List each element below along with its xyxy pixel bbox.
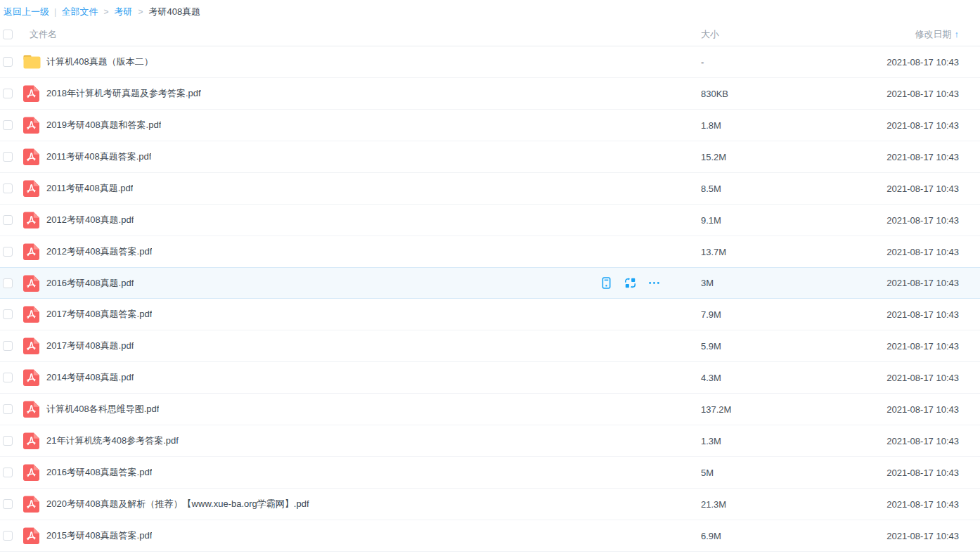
pdf-file-icon	[23, 243, 39, 260]
pdf-file-icon	[23, 148, 39, 165]
breadcrumb-pipe-separator: |	[54, 6, 56, 17]
file-row[interactable]: 计算机408各科思维导图.pdf	[0, 394, 980, 425]
pdf-file-icon	[23, 212, 39, 228]
file-name[interactable]: 2017考研408真题.pdf	[46, 340, 134, 352]
file-modified-date: 2021-08-17 10:43	[853, 120, 980, 131]
row-checkbox[interactable]	[3, 499, 13, 509]
file-name[interactable]: 2019考研408真题和答案.pdf	[46, 119, 161, 131]
file-size: 830KB	[680, 89, 853, 99]
file-size: -	[680, 57, 853, 67]
file-modified-date: 2021-08-17 10:43	[853, 247, 980, 257]
select-all-checkbox[interactable]	[3, 30, 13, 39]
file-modified-date: 2021-08-17 10:43	[853, 309, 980, 320]
file-modified-date: 2021-08-17 10:43	[853, 183, 980, 194]
share-transfer-icon[interactable]	[624, 276, 637, 290]
file-row[interactable]: 计算机408真题（版本二）	[0, 46, 980, 78]
file-size: 15.2M	[680, 152, 853, 162]
file-name[interactable]: 2015考研408真题答案.pdf	[46, 529, 152, 542]
file-size: 3M	[680, 278, 853, 288]
file-row[interactable]: 2017考研408真题.pdf	[0, 330, 980, 362]
file-row[interactable]: 21年计算机统考408参考答案.pdf	[0, 425, 980, 457]
pdf-file-icon	[23, 401, 39, 418]
file-name[interactable]: 2011考研408真题答案.pdf	[46, 150, 151, 163]
more-actions-icon[interactable]	[647, 276, 661, 290]
file-name[interactable]: 2018年计算机考研真题及参考答案.pdf	[46, 87, 201, 100]
file-row[interactable]: 2016考研408真题答案.pdf	[0, 457, 980, 489]
file-size: 9.1M	[680, 215, 853, 226]
file-name[interactable]: 2017考研408真题答案.pdf	[46, 308, 152, 321]
breadcrumb-kaoyan[interactable]: 考研	[114, 6, 132, 18]
breadcrumb: 返回上一级 | 全部文件 > 考研 > 考研408真题	[0, 0, 980, 23]
row-checkbox[interactable]	[3, 120, 13, 130]
file-row[interactable]: 2011考研408真题答案.pdf	[0, 141, 980, 173]
file-size: 21.3M	[680, 499, 853, 510]
column-header-modified-date[interactable]: 修改日期↑	[853, 28, 980, 41]
column-header-size[interactable]: 大小	[680, 28, 853, 41]
file-modified-date: 2021-08-17 10:43	[853, 89, 980, 99]
row-checkbox[interactable]	[3, 152, 13, 162]
file-row[interactable]: 2012考研408真题.pdf	[0, 205, 980, 236]
file-modified-date: 2021-08-17 10:43	[853, 215, 980, 226]
file-name[interactable]: 2016考研408真题.pdf	[46, 277, 134, 290]
file-size: 137.2M	[680, 404, 853, 415]
file-modified-date: 2021-08-17 10:43	[853, 373, 980, 383]
row-checkbox[interactable]	[3, 89, 13, 98]
pdf-file-icon	[23, 85, 39, 102]
file-size: 6.9M	[680, 531, 853, 541]
file-name[interactable]: 计算机408真题（版本二）	[46, 56, 153, 68]
phone-preview-icon[interactable]	[600, 276, 613, 290]
row-checkbox[interactable]	[3, 278, 13, 288]
pdf-file-icon	[23, 180, 39, 197]
file-name[interactable]: 2016考研408真题答案.pdf	[46, 466, 152, 479]
file-row[interactable]: 2015考研408真题答案.pdf	[0, 520, 980, 552]
row-hover-actions	[600, 276, 661, 290]
row-checkbox[interactable]	[3, 404, 13, 414]
breadcrumb-separator: >	[138, 7, 143, 17]
back-to-parent-link[interactable]: 返回上一级	[4, 6, 49, 18]
row-checkbox[interactable]	[3, 531, 13, 541]
file-modified-date: 2021-08-17 10:43	[853, 436, 980, 446]
file-modified-date: 2021-08-17 10:43	[853, 468, 980, 478]
row-checkbox[interactable]	[3, 373, 13, 382]
file-modified-date: 2021-08-17 10:43	[853, 531, 980, 541]
file-name[interactable]: 2020考研408真题及解析（推荐）【www.xue-ba.org学霸网】.pd…	[46, 498, 309, 510]
breadcrumb-all-files[interactable]: 全部文件	[61, 6, 98, 18]
file-table-header: 文件名 大小 修改日期↑	[0, 23, 980, 46]
file-name[interactable]: 21年计算机统考408参考答案.pdf	[46, 434, 179, 447]
file-size: 5M	[680, 468, 853, 478]
pdf-file-icon	[23, 432, 39, 449]
row-checkbox[interactable]	[3, 247, 13, 257]
sort-ascending-icon[interactable]: ↑	[955, 29, 960, 39]
file-row[interactable]: 2018年计算机考研真题及参考答案.pdf	[0, 78, 980, 110]
pdf-file-icon	[23, 369, 39, 386]
row-checkbox[interactable]	[3, 468, 13, 477]
file-size: 13.7M	[680, 247, 853, 257]
file-name[interactable]: 2014考研408真题.pdf	[46, 371, 134, 384]
file-name[interactable]: 2011考研408真题.pdf	[46, 182, 133, 195]
file-row[interactable]: 2019考研408真题和答案.pdf	[0, 110, 980, 141]
file-row[interactable]: 2020考研408真题及解析（推荐）【www.xue-ba.org学霸网】.pd…	[0, 489, 980, 520]
row-checkbox[interactable]	[3, 309, 13, 319]
file-row[interactable]: 2017考研408真题答案.pdf	[0, 299, 980, 330]
file-name[interactable]: 计算机408各科思维导图.pdf	[46, 403, 159, 416]
breadcrumb-current-folder: 考研408真题	[148, 6, 200, 18]
row-checkbox[interactable]	[3, 215, 13, 225]
file-row[interactable]: 2016考研408真题.pdf	[0, 267, 980, 299]
row-checkbox[interactable]	[3, 57, 13, 67]
file-modified-date: 2021-08-17 10:43	[853, 278, 980, 288]
folder-icon	[23, 54, 41, 70]
file-modified-date: 2021-08-17 10:43	[853, 341, 980, 352]
file-row[interactable]: 2011考研408真题.pdf	[0, 173, 980, 205]
row-checkbox[interactable]	[3, 341, 13, 351]
row-checkbox[interactable]	[3, 436, 13, 446]
file-name[interactable]: 2012考研408真题答案.pdf	[46, 245, 152, 258]
file-size: 4.3M	[680, 373, 853, 383]
file-list: 计算机408真题（版本二）	[0, 46, 980, 552]
column-header-filename[interactable]: 文件名	[21, 28, 680, 41]
file-name[interactable]: 2012考研408真题.pdf	[46, 214, 134, 226]
file-row[interactable]: 2014考研408真题.pdf	[0, 362, 980, 394]
file-size: 7.9M	[680, 309, 853, 320]
file-row[interactable]: 2012考研408真题答案.pdf	[0, 236, 980, 268]
row-checkbox[interactable]	[3, 183, 13, 193]
pdf-file-icon	[23, 464, 39, 481]
